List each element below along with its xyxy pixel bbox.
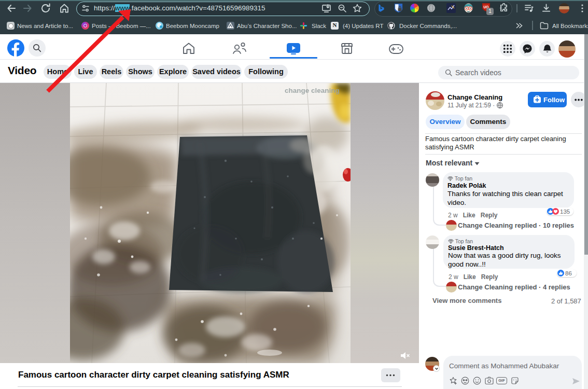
svg-text:change cleaning: change cleaning xyxy=(285,87,340,94)
